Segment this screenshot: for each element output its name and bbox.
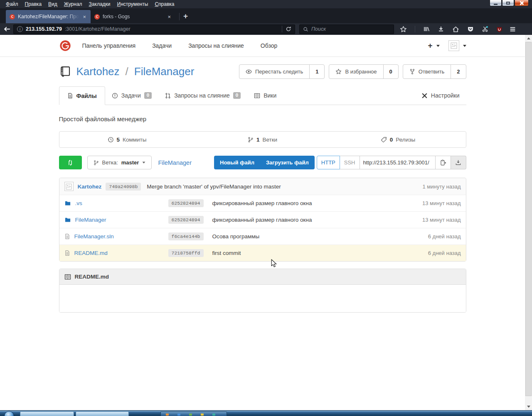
tab-forks[interactable]: forks - Gogs × xyxy=(91,10,175,23)
copy-clone-url-button[interactable] xyxy=(436,156,451,169)
user-avatar[interactable] xyxy=(448,40,459,51)
minimize-button[interactable] xyxy=(490,0,502,6)
tab-close-icon[interactable]: × xyxy=(82,14,87,20)
menu-history[interactable]: Журнал xyxy=(61,1,86,7)
scrollbar-thumb[interactable] xyxy=(525,42,532,396)
repo-actions: Перестать следить 1 В избранное 0 Ответв… xyxy=(239,64,466,79)
row-sha-badge[interactable]: 6252824894 xyxy=(168,199,204,207)
commit-author-avatar[interactable] xyxy=(64,182,74,191)
gogs-page: Панель управления Задачи Запросы на слия… xyxy=(0,35,525,410)
commit-time: 1 минуту назад xyxy=(423,184,461,190)
scroll-up-button[interactable] xyxy=(525,35,532,42)
file-icon xyxy=(67,93,73,99)
url-bar[interactable]: i 213.155.192.79 :3001/Kartohez/FileMana… xyxy=(13,24,295,34)
repo-owner-link[interactable]: Kartohez xyxy=(76,65,120,78)
upload-file-button[interactable]: Загрузить файл xyxy=(260,159,315,166)
ublock-icon[interactable] xyxy=(496,26,502,32)
unwatch-button[interactable]: Перестать следить 1 xyxy=(239,64,325,79)
commits-stat[interactable]: 5 Коммиты xyxy=(59,137,195,143)
new-tab-button[interactable]: + xyxy=(182,12,192,23)
taskbar-icon xyxy=(212,414,215,416)
nav-issues[interactable]: Задачи xyxy=(152,42,172,49)
menu-view[interactable]: Вид xyxy=(45,1,61,7)
nav-dashboard[interactable]: Панель управления xyxy=(82,42,136,49)
back-button[interactable] xyxy=(3,25,11,33)
tab-settings[interactable]: Настройки xyxy=(415,86,466,105)
star-button[interactable]: В избранное 0 xyxy=(329,64,398,79)
repo-book-icon xyxy=(59,66,71,78)
taskbar-window-button[interactable] xyxy=(20,411,74,416)
clone-url-input[interactable] xyxy=(360,156,436,169)
file-name-link[interactable]: FileManager.sln xyxy=(74,233,114,240)
pocket-icon[interactable] xyxy=(467,26,474,32)
hamburger-menu-icon[interactable] xyxy=(509,26,516,33)
tab-repo[interactable]: Kartohez/FileManager: Прос × xyxy=(6,10,91,23)
downloads-icon[interactable] xyxy=(438,26,444,32)
search-input[interactable] xyxy=(311,26,390,32)
nav-explore[interactable]: Обзор xyxy=(261,42,277,49)
taskbar-window-button[interactable] xyxy=(76,411,129,416)
menu-help[interactable]: Справка xyxy=(151,1,177,7)
repo-name-link[interactable]: FileManager xyxy=(134,65,195,78)
page-scrollbar[interactable] xyxy=(525,35,532,410)
reload-icon[interactable] xyxy=(286,26,291,32)
forks-count[interactable]: 2 xyxy=(451,65,466,78)
compare-button[interactable] xyxy=(59,156,82,169)
releases-stat[interactable]: 0 Релизы xyxy=(330,137,466,143)
chevron-down-icon[interactable] xyxy=(436,45,440,47)
row-commit-message: first commit xyxy=(212,250,241,256)
commit-author-link[interactable]: Kartohez xyxy=(78,184,102,190)
tab-wiki-label: Вики xyxy=(264,92,276,99)
menu-edit[interactable]: Правка xyxy=(22,1,45,7)
tab-wiki[interactable]: Вики xyxy=(247,86,283,105)
branch-dropdown[interactable]: Ветка: master xyxy=(87,156,152,169)
fork-button[interactable]: Ответвить 2 xyxy=(403,64,466,79)
ssh-button[interactable]: SSH xyxy=(340,156,360,169)
tab-pull-requests[interactable]: Запросы на слияние 0 xyxy=(158,86,247,105)
start-button[interactable] xyxy=(4,411,14,416)
repo-tab-bar: Файлы Задачи 0 Запросы на слияние 0 Вики… xyxy=(59,86,466,105)
search-bar[interactable] xyxy=(299,24,394,34)
row-sha-badge[interactable]: 7218758ffd xyxy=(168,249,204,257)
file-name-link[interactable]: README.md xyxy=(74,250,108,256)
file-name-link[interactable]: .vs xyxy=(75,200,82,206)
branches-stat[interactable]: 1 Ветки xyxy=(195,137,330,143)
unwatch-label-button[interactable]: Перестать следить xyxy=(239,65,309,78)
chevron-down-icon[interactable] xyxy=(463,45,466,47)
watchers-count[interactable]: 1 xyxy=(309,65,324,78)
tab-close-icon[interactable]: × xyxy=(167,14,172,20)
fork-label-button[interactable]: Ответвить xyxy=(403,65,451,78)
http-button[interactable]: HTTP xyxy=(317,156,340,169)
clipboard-copy-icon xyxy=(440,159,446,166)
gogs-logo-icon[interactable] xyxy=(59,39,71,52)
bookmark-star-icon[interactable] xyxy=(400,26,407,33)
info-icon[interactable]: i xyxy=(17,26,23,32)
minimize-icon xyxy=(494,4,498,5)
maximize-button[interactable] xyxy=(502,0,514,6)
row-sha-badge[interactable]: 6252824894 xyxy=(168,216,204,224)
tab-files[interactable]: Файлы xyxy=(59,86,105,105)
scroll-down-button[interactable] xyxy=(525,403,532,410)
create-new-button[interactable]: + xyxy=(428,41,432,50)
commit-sha-badge[interactable]: 749a24098b xyxy=(106,183,141,191)
file-name-link[interactable]: FileManager xyxy=(75,217,106,223)
close-button[interactable] xyxy=(515,0,529,6)
menu-bookmarks[interactable]: Закладки xyxy=(86,1,114,7)
extension-icon[interactable] xyxy=(482,26,488,32)
stars-count[interactable]: 0 xyxy=(383,65,398,78)
menu-tools[interactable]: Инструменты xyxy=(114,1,152,7)
fork-icon xyxy=(409,69,415,75)
home-icon[interactable] xyxy=(452,26,459,33)
library-icon[interactable] xyxy=(423,26,430,32)
tab-issues[interactable]: Задачи 0 xyxy=(105,86,158,105)
star-label-button[interactable]: В избранное xyxy=(329,65,383,78)
new-file-button[interactable]: Новый файл xyxy=(214,159,260,166)
taskbar-window-button[interactable] xyxy=(160,411,227,416)
menu-file[interactable]: Файл xyxy=(2,1,22,7)
download-archive-button[interactable] xyxy=(451,156,466,169)
row-sha-badge[interactable]: f6ca4e144b xyxy=(168,232,204,240)
nav-pull-requests[interactable]: Запросы на слияние xyxy=(188,42,244,49)
breadcrumb[interactable]: FileManager xyxy=(158,159,192,166)
row-time: 6 дней назад xyxy=(428,233,461,240)
branches-count: 1 xyxy=(256,137,260,143)
